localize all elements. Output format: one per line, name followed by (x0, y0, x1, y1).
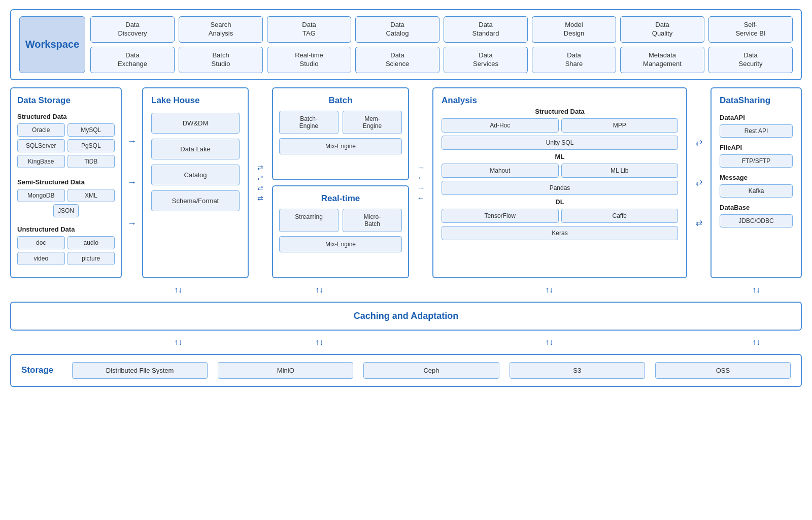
storage-oracle: Oracle (17, 123, 65, 137)
ds-dataapi-title: DataAPI (720, 114, 793, 121)
ws-item-realtime-studio[interactable]: Real-timeStudio (267, 47, 351, 73)
workspace-row-1: DataDiscovery SearchAnalysis DataTAG Dat… (90, 16, 793, 43)
analysis-ml-lib: ML Lib (561, 164, 679, 178)
realtime-title: Real-time (279, 193, 402, 204)
analysis-tensorflow: TensorFlow (442, 209, 559, 223)
arrow-storage-to-lake: → → → (127, 87, 137, 278)
arrow-analysis-sharing: ⇄ ⇄ ⇄ (692, 87, 705, 278)
realtime-box: Real-time Streaming Micro-Batch Mix-Engi… (272, 185, 409, 278)
datasharing-box: DataSharing DataAPI Rest API FileAPI FTP… (710, 87, 802, 278)
storage-oss: OSS (655, 362, 791, 379)
batch-title: Batch (279, 95, 402, 106)
structured-data-title: Structured Data (17, 113, 115, 120)
arrow-lake-batch: ⇄ ⇄ ⇄ ⇄ (254, 87, 267, 278)
storage-picture: picture (67, 252, 115, 265)
ws-item-data-science[interactable]: DataScience (355, 47, 439, 73)
batch-mix-engine: Mix-Engine (279, 138, 402, 154)
lake-dwdm: DW&DM (151, 113, 240, 134)
storage-doc: doc (17, 236, 65, 249)
storage-minio: MiniO (218, 362, 353, 379)
ws-item-metadata-management[interactable]: MetadataManagement (620, 47, 704, 73)
storage-audio: audio (67, 236, 115, 249)
lake-house-title: Lake House (151, 95, 240, 106)
lake-schema-format: Schema/Format (151, 190, 240, 211)
storage-kingbase: KingBase (17, 155, 65, 168)
batch-engine: Batch-Engine (279, 111, 339, 134)
arrow-batch-analysis: → ← → ← (414, 87, 427, 278)
analysis-mahout: Mahout (442, 164, 559, 178)
structured-data-group: Structured Data Oracle MySQL SQLServer P… (17, 113, 115, 170)
ws-item-data-quality[interactable]: DataQuality (620, 16, 704, 43)
storage-pgsql: PgSQL (67, 139, 115, 152)
data-storage-box: Data Storage Structured Data Oracle MySQ… (10, 87, 122, 278)
ws-item-data-discovery[interactable]: DataDiscovery (90, 16, 175, 43)
workspace-label: Workspace (19, 16, 85, 73)
workspace-items: DataDiscovery SearchAnalysis DataTAG Dat… (90, 16, 793, 73)
ds-ftp-sftp: FTP/SFTP (720, 154, 793, 168)
analysis-dl-title: DL (442, 198, 678, 206)
analysis-keras: Keras (442, 226, 678, 240)
analysis-unity-sql: Unity SQL (442, 136, 678, 150)
ws-item-data-services[interactable]: DataServices (444, 47, 528, 73)
analysis-pandas: Pandas (442, 181, 678, 195)
streaming: Streaming (279, 209, 339, 232)
analysis-ml-title: ML (442, 153, 678, 160)
storage-mongodb: MongoDB (17, 189, 65, 202)
caching-section: Caching and Adaptation (10, 302, 802, 331)
data-storage-title: Data Storage (17, 95, 115, 106)
ds-message-title: Message (720, 174, 793, 181)
ws-item-data-tag[interactable]: DataTAG (267, 16, 351, 43)
ws-item-search-analysis[interactable]: SearchAnalysis (179, 16, 263, 43)
ws-item-self-service-bi[interactable]: Self-Service BI (708, 16, 793, 43)
caching-title: Caching and Adaptation (19, 311, 793, 321)
pre-caching-arrows: ↑↓ ↑↓ ↑↓ ↑↓ (10, 285, 802, 295)
lake-catalog: Catalog (151, 165, 240, 185)
ds-kafka: Kafka (720, 184, 793, 198)
storage-video: video (17, 252, 65, 265)
ds-rest-api: Rest API (720, 124, 793, 138)
storage-sqlserver: SQLServer (17, 139, 65, 152)
unstructured-group: Unstructured Data doc audio video pictur… (17, 225, 115, 267)
storage-bottom-section: Storage Distributed File System MiniO Ce… (10, 354, 802, 387)
analysis-mpp: MPP (561, 118, 679, 133)
ws-item-data-standard[interactable]: DataStandard (444, 16, 528, 43)
storage-bottom-title: Storage (21, 365, 62, 375)
storage-s3: S3 (510, 362, 645, 379)
pre-storage-arrows: ↑↓ ↑↓ ↑↓ ↑↓ (10, 338, 802, 347)
analysis-box: Analysis Structured Data Ad-Hoc MPP Unit… (432, 87, 687, 278)
semi-structured-title: Semi-Structured Data (17, 178, 115, 186)
ws-item-model-design[interactable]: ModelDesign (532, 16, 616, 43)
storage-json: JSON (53, 204, 79, 217)
lake-data-lake: Data Lake (151, 139, 240, 159)
analysis-adhoc: Ad-Hoc (442, 118, 559, 133)
ds-fileapi-title: FileAPI (720, 144, 793, 151)
analysis-structured-title: Structured Data (442, 108, 678, 115)
unstructured-title: Unstructured Data (17, 225, 115, 233)
storage-dfs: Distributed File System (72, 362, 208, 379)
batch-box: Batch Batch-Engine Mem-Engine Mix-Engine (272, 87, 409, 180)
workspace-row-2: DataExchange BatchStudio Real-timeStudio… (90, 47, 793, 73)
datasharing-title: DataSharing (720, 95, 793, 106)
storage-tidb: TiDB (67, 155, 115, 168)
realtime-mix-engine: Mix-Engine (279, 236, 402, 252)
mem-engine: Mem-Engine (343, 111, 402, 134)
analysis-title: Analysis (442, 95, 678, 106)
ds-jdbc-odbc: JDBC/ODBC (720, 214, 793, 228)
ws-item-batch-studio[interactable]: BatchStudio (179, 47, 263, 73)
ws-item-data-exchange[interactable]: DataExchange (90, 47, 175, 73)
lake-house-box: Lake House DW&DM Data Lake Catalog Schem… (142, 87, 249, 278)
micro-batch: Micro-Batch (343, 209, 402, 232)
workspace-section: Workspace DataDiscovery SearchAnalysis D… (10, 9, 802, 80)
analysis-caffe: Caffe (561, 209, 679, 223)
batch-realtime-wrapper: Batch Batch-Engine Mem-Engine Mix-Engine… (272, 87, 409, 278)
storage-ceph: Ceph (363, 362, 499, 379)
storage-xml: XML (67, 189, 115, 202)
ds-database-title: DataBase (720, 204, 793, 211)
ws-item-data-catalog[interactable]: DataCatalog (355, 16, 439, 43)
ws-item-data-security[interactable]: DataSecurity (708, 47, 793, 73)
semi-structured-group: Semi-Structured Data MongoDB XML JSON (17, 178, 115, 217)
storage-mysql: MySQL (67, 123, 115, 137)
middle-section: Data Storage Structured Data Oracle MySQ… (10, 87, 802, 278)
ws-item-data-share[interactable]: DataShare (532, 47, 616, 73)
